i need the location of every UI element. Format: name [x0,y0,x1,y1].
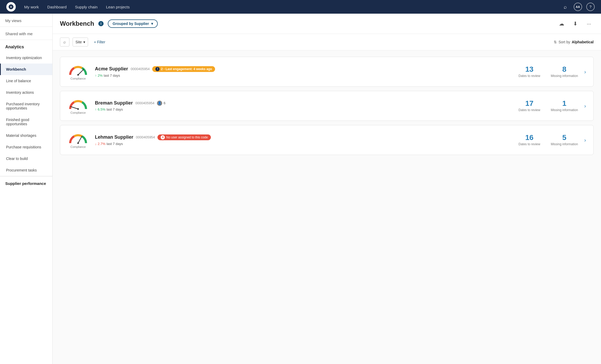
supplier-name: Lehman Supplier [95,134,133,140]
svg-line-6 [78,136,82,143]
supplier-info: Acme Supplier 0000405954 ! 2 - Last enga… [95,66,512,77]
svg-point-4 [77,108,79,110]
sidebar-item-procurement-tasks[interactable]: Procurement tasks [0,164,52,176]
sidebar-item-clear-to-build[interactable]: Clear to build [0,153,52,164]
group-by-button[interactable]: Grouped by Supplier ▾ [108,19,157,28]
nav-my-work[interactable]: My work [24,5,39,9]
sort-icon: ⇅ [554,40,557,44]
sidebar-item-line-of-balance[interactable]: Line of balance [0,75,52,87]
upload-button[interactable]: ☁ [557,19,566,28]
supplier-stats: 17 Dates to review 1 Missing information [518,100,578,112]
supplier-change: ↑ 2% last 7 days [95,74,512,77]
sidebar-item-material-shortages[interactable]: Material shortages [0,130,52,141]
nav-supply-chain[interactable]: Supply chain [75,5,98,9]
supplier-card-acme[interactable]: 75% Compliance Acme Supplier 0000405954 … [60,57,594,87]
user-avatar[interactable]: AA [574,3,582,11]
supplier-stats: 16 Dates to review 5 Missing information [518,134,578,146]
sidebar-item-supplier-performance[interactable]: Supplier performance [0,176,52,190]
compliance-gauge: 10% Compliance [68,97,89,114]
change-value: 2% [98,74,103,77]
site-filter-label: Site [75,40,82,44]
supplier-info: Lehman Supplier 0000405954 ✕ No user ass… [95,134,512,146]
workbench-header: Workbench i Grouped by Supplier ▾ ☁ ⬇ ··… [53,14,601,34]
dates-to-review-value: 17 [518,100,540,107]
sidebar-item-inventory-actions[interactable]: Inventory actions [0,87,52,98]
filter-bar: ⌕ Site ▾ + Filter ⇅ Sort by Alphabetical [53,34,601,50]
sort-prefix: Sort by [558,40,570,44]
suppliers-list: 75% Compliance Acme Supplier 0000405954 … [53,50,601,161]
compliance-gauge: 75% Compliance [68,63,89,80]
download-button[interactable]: ⬇ [571,19,580,28]
app-logo[interactable] [6,2,16,12]
sidebar-analytics-title: Analytics [0,40,52,52]
nav-dashboard[interactable]: Dashboard [47,5,67,9]
supplier-code: 0000405954 [131,67,150,71]
change-period: last 7 days [106,107,123,111]
change-period: last 7 days [104,74,120,77]
help-button[interactable]: ? [586,3,595,11]
sidebar-item-workbench[interactable]: Workbench [0,64,52,75]
more-options-button[interactable]: ··· [584,19,594,28]
add-filter-button[interactable]: + Filter [91,38,108,46]
nav-lean-projects[interactable]: Lean projects [106,5,130,9]
page-title: Workbench [60,20,94,27]
supplier-card-breman[interactable]: 10% Compliance Breman Supplier 000040595… [60,91,594,121]
dates-to-review-stat: 13 Dates to review [518,66,540,78]
dates-to-review-stat: 17 Dates to review [518,100,540,112]
sort-control[interactable]: ⇅ Sort by Alphabetical [554,40,594,44]
missing-information-value: 1 [551,100,578,107]
missing-information-stat: 8 Missing information [551,66,578,78]
change-period: last 7 days [106,142,123,146]
dates-to-review-stat: 16 Dates to review [518,134,540,146]
sidebar-item-finished-good[interactable]: Finished good opportunities [0,114,52,130]
supplier-change: ↓ 2.7% last 7 days [95,142,512,146]
engagement-badge: ! 2 - Last engagement: 4 weeks ago [152,66,215,72]
badge-icon: ! [155,67,160,71]
site-filter[interactable]: Site ▾ [73,38,88,46]
sidebar-my-views[interactable]: My views [0,14,52,27]
badge-label: 2 - Last engagement: 4 weeks ago [161,67,212,71]
card-chevron-icon[interactable]: › [584,69,586,75]
sidebar-item-inventory-optimization[interactable]: Inventory optimization [0,52,52,64]
supplier-code: 0000405954 [135,101,154,105]
sidebar-item-purchased-inventory[interactable]: Purchased inventory opportunities [0,98,52,114]
badge-label: No user assigned to this code [166,136,208,139]
svg-text:75%: 75% [75,76,81,76]
badge-label: 6 [164,101,165,105]
svg-text:66%: 66% [75,144,81,145]
missing-information-value: 5 [551,134,578,141]
supplier-name-row: Lehman Supplier 0000405954 ✕ No user ass… [95,134,512,140]
missing-information-label: Missing information [551,142,578,146]
compliance-label: Compliance [68,111,89,114]
change-value: 6.5% [98,107,106,111]
compliance-label: Compliance [68,145,89,148]
card-chevron-icon[interactable]: › [584,103,586,109]
main-content: Workbench i Grouped by Supplier ▾ ☁ ⬇ ··… [53,14,601,364]
supplier-info: Breman Supplier 0000405954 👤 6 ↑ 6.5% la… [95,100,512,111]
supplier-name: Acme Supplier [95,66,128,72]
chevron-down-icon: ▾ [151,22,153,26]
missing-information-stat: 1 Missing information [551,100,578,112]
filter-search-button[interactable]: ⌕ [60,38,69,46]
search-button[interactable]: ⌕ [561,3,569,11]
svg-line-3 [70,107,78,109]
sidebar-shared-with-me[interactable]: Shared with me [0,27,52,40]
supplier-card-lehman[interactable]: 66% Compliance Lehman Supplier 000040595… [60,125,594,155]
main-layout: My views Shared with me Analytics Invent… [0,14,601,364]
supplier-name: Breman Supplier [95,100,133,106]
dates-to-review-label: Dates to review [518,108,540,112]
supplier-change: ↑ 6.5% last 7 days [95,107,512,111]
top-navigation: My work Dashboard Supply chain Lean proj… [0,0,601,14]
change-value: 2.7% [98,142,106,146]
nav-links: My work Dashboard Supply chain Lean proj… [24,5,561,9]
info-icon[interactable]: i [98,21,104,26]
sidebar-item-purchase-requisitions[interactable]: Purchase requisitions [0,141,52,153]
card-chevron-icon[interactable]: › [584,137,586,143]
supplier-code: 0000405954 [136,135,155,139]
svg-point-1 [77,74,79,76]
sidebar: My views Shared with me Analytics Invent… [0,14,53,364]
svg-text:10%: 10% [75,110,81,111]
svg-point-7 [77,142,79,144]
dates-to-review-value: 16 [518,134,540,141]
change-arrow-up: ↑ [95,74,97,77]
